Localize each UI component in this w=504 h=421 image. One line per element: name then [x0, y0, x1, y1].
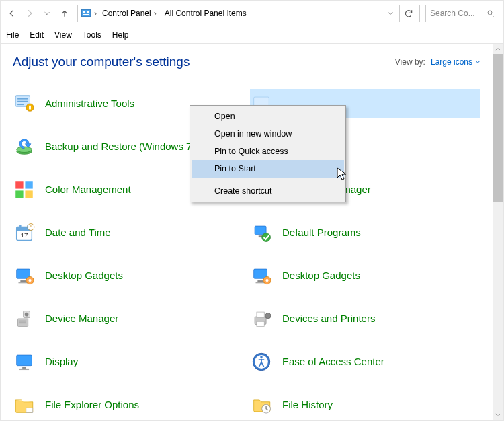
- svg-point-56: [265, 313, 271, 319]
- svg-rect-20: [25, 190, 32, 198]
- folderopt-icon: [13, 393, 36, 416]
- cp-item[interactable]: Desktop Gadgets: [13, 262, 243, 290]
- control-panel-icon: [81, 8, 91, 19]
- cp-item[interactable]: Default Programs: [250, 219, 480, 247]
- svg-rect-11: [29, 106, 31, 110]
- cp-item-label: Ease of Access Center: [282, 355, 384, 369]
- svg-rect-44: [257, 280, 263, 282]
- svg-rect-58: [22, 367, 26, 369]
- back-button[interactable]: [5, 6, 19, 21]
- view-by-dropdown[interactable]: Large icons: [431, 57, 480, 67]
- scroll-thumb[interactable]: [493, 54, 503, 202]
- scroll-down-button[interactable]: [493, 410, 503, 420]
- display-icon: [13, 350, 36, 373]
- ctx-open-new-window[interactable]: Open in new window: [192, 125, 344, 143]
- breadcrumb-all-items[interactable]: All Control Panel Items: [162, 5, 249, 22]
- ctx-separator: [213, 180, 343, 180]
- page-title: Adjust your computer's settings: [13, 54, 190, 69]
- content-area: Adjust your computer's settings View by:…: [1, 44, 493, 420]
- cp-item[interactable]: Desktop Gadgets: [250, 262, 480, 290]
- search-input[interactable]: Search Co...: [425, 5, 499, 22]
- ctx-pin-start[interactable]: Pin to Start: [192, 160, 344, 178]
- admin-icon: [13, 92, 36, 115]
- ctx-pin-quick-access[interactable]: Pin to Quick access: [192, 143, 344, 160]
- cp-item-label: Desktop Gadgets: [282, 269, 360, 282]
- view-by-label: View by:: [395, 57, 425, 67]
- forward-button[interactable]: [22, 6, 37, 21]
- cp-item-label: Display: [45, 355, 78, 369]
- svg-point-4: [488, 11, 492, 15]
- devmgr-icon: [13, 307, 36, 330]
- scroll-track[interactable]: [493, 54, 503, 410]
- view-by-value: Large icons: [431, 57, 472, 67]
- menu-file[interactable]: File: [6, 30, 19, 40]
- scroll-up-button[interactable]: [493, 44, 503, 54]
- svg-rect-8: [17, 101, 28, 102]
- cp-item[interactable]: 17 Date and Time: [13, 219, 243, 247]
- cp-item[interactable]: File History: [250, 391, 480, 419]
- menu-help[interactable]: Help: [112, 30, 129, 40]
- date-icon: 17: [13, 221, 36, 244]
- address-dropdown[interactable]: [384, 10, 396, 17]
- chevron-right-icon: ›: [94, 9, 97, 18]
- svg-rect-63: [26, 408, 33, 412]
- breadcrumb-control-panel[interactable]: Control Panel ›: [99, 5, 159, 22]
- navigation-bar: › Control Panel › All Control Panel Item…: [1, 1, 503, 26]
- svg-rect-55: [257, 321, 264, 326]
- chevron-down-icon: [475, 59, 480, 65]
- cp-item[interactable]: Devices and Printers: [250, 305, 480, 333]
- devprint-icon: [250, 307, 273, 330]
- up-button[interactable]: [57, 6, 72, 21]
- menu-tools[interactable]: Tools: [83, 30, 101, 40]
- menu-edit[interactable]: Edit: [30, 30, 44, 40]
- svg-rect-50: [19, 323, 26, 323]
- svg-rect-17: [15, 181, 23, 188]
- cp-item[interactable]: File Explorer Options: [13, 391, 243, 419]
- address-bar[interactable]: › Control Panel › All Control Panel Item…: [77, 5, 420, 22]
- search-icon: [487, 9, 495, 17]
- view-by-control: View by: Large icons: [395, 57, 480, 67]
- menu-bar: File Edit View Tools Help: [1, 26, 503, 44]
- svg-point-37: [262, 233, 271, 242]
- cp-item[interactable]: Ease of Access Center: [250, 348, 480, 376]
- svg-point-29: [19, 225, 22, 227]
- cp-item-label: Default Programs: [282, 226, 361, 239]
- menu-view[interactable]: View: [54, 30, 72, 40]
- gadget-icon: [250, 264, 273, 287]
- svg-rect-9: [17, 104, 24, 105]
- svg-rect-1: [83, 11, 85, 13]
- breadcrumb-label: All Control Panel Items: [165, 9, 247, 18]
- ctx-create-shortcut[interactable]: Create shortcut: [192, 182, 344, 200]
- svg-point-42: [28, 279, 31, 282]
- header-row: Adjust your computer's settings View by:…: [13, 54, 480, 69]
- svg-rect-49: [19, 321, 26, 321]
- svg-rect-54: [257, 312, 264, 318]
- svg-rect-59: [19, 369, 29, 370]
- cp-item-label: File Explorer Options: [45, 398, 139, 412]
- svg-rect-57: [17, 355, 32, 366]
- svg-point-52: [25, 313, 29, 317]
- vertical-scrollbar[interactable]: [493, 44, 503, 420]
- svg-rect-3: [83, 14, 89, 15]
- svg-text:17: 17: [20, 231, 28, 239]
- cp-item-label: Backup and Restore (Windows 7): [45, 140, 195, 153]
- refresh-button[interactable]: [399, 5, 417, 22]
- color-icon: [13, 178, 36, 201]
- recent-locations-dropdown[interactable]: [40, 6, 54, 21]
- breadcrumb-label: Control Panel: [102, 9, 151, 18]
- cp-item[interactable]: Device Manager: [13, 305, 243, 333]
- svg-rect-7: [17, 98, 28, 100]
- context-menu: Open Open in new window Pin to Quick acc…: [190, 105, 346, 202]
- svg-rect-39: [20, 280, 26, 282]
- chevron-right-icon: ›: [154, 9, 157, 18]
- cp-item-label: Device Manager: [45, 312, 118, 326]
- svg-line-5: [492, 14, 494, 16]
- svg-point-62: [260, 356, 263, 358]
- cp-item-label: Date and Time: [45, 226, 111, 239]
- cp-item-label: File History: [282, 398, 333, 412]
- cp-item[interactable]: Display: [13, 348, 243, 376]
- ctx-open[interactable]: Open: [192, 108, 344, 125]
- backup-icon: [13, 135, 36, 158]
- svg-rect-2: [87, 11, 89, 13]
- cp-item-label: Administrative Tools: [45, 97, 134, 110]
